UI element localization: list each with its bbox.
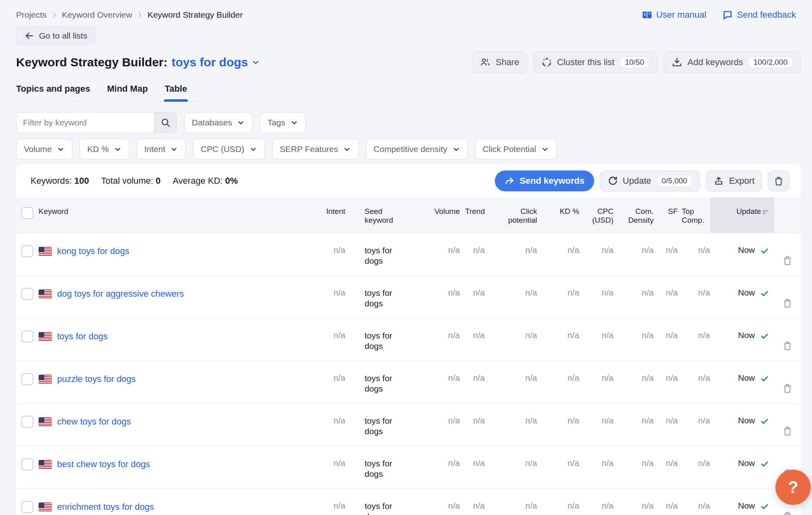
column-header-seed-keyword[interactable]: Seed keyword — [345, 197, 414, 233]
column-header-click-potential[interactable]: Click potential — [485, 197, 537, 233]
breadcrumb: Projects Keyword Overview Keyword Strate… — [16, 10, 243, 20]
seed-keyword-value: toys for dogs — [345, 489, 414, 515]
row-checkbox[interactable] — [21, 501, 33, 513]
cluster-icon — [541, 57, 552, 68]
tab-mind-map[interactable]: Mind Map — [107, 84, 148, 101]
update-button[interactable]: Update 0/5,000 — [600, 170, 700, 191]
table-row: dog toys for aggressive chewers n/a toys… — [16, 275, 801, 318]
chevron-right-icon — [51, 11, 58, 18]
competitive-density-filter-label: Competitive density — [373, 144, 447, 154]
keyword-link[interactable]: puzzle toys for dogs — [57, 374, 136, 384]
table-row: kong toys for dogs n/a toys for dogs n/a… — [16, 233, 801, 275]
serp-features-filter-dropdown[interactable]: SERP Features — [272, 139, 359, 160]
seed-keyword-value: toys for dogs — [345, 446, 414, 488]
table-row: chew toys for dogs n/a toys for dogs n/a… — [16, 403, 801, 446]
com-density-value: n/a — [613, 489, 654, 515]
keyword-link[interactable]: dog toys for aggressive chewers — [57, 289, 184, 299]
chevron-down-icon — [57, 145, 65, 153]
help-button[interactable]: ? — [775, 470, 811, 505]
tab-table[interactable]: Table — [165, 84, 187, 101]
delete-row-button[interactable] — [781, 416, 794, 446]
us-flag-icon — [39, 247, 52, 256]
keyword-link[interactable]: enrichment toys for dogs — [57, 502, 154, 512]
column-header-keyword[interactable]: Keyword — [39, 197, 313, 233]
column-header-top-comp[interactable]: Top Comp. — [678, 197, 710, 233]
breadcrumb-keyword-overview[interactable]: Keyword Overview — [62, 10, 132, 20]
send-keywords-button[interactable]: Send keywords — [495, 170, 594, 191]
column-header-sf[interactable]: SF — [654, 197, 678, 233]
row-checkbox[interactable] — [21, 458, 33, 470]
export-button[interactable]: Export — [706, 170, 762, 191]
column-header-trend[interactable]: Trend — [460, 197, 485, 233]
keyword-link[interactable]: kong toys for dogs — [57, 246, 129, 256]
row-checkbox[interactable] — [21, 373, 33, 385]
go-to-all-lists-label: Go to all lists — [39, 31, 87, 41]
send-feedback-link[interactable]: Send feedback — [722, 10, 796, 20]
sf-value: n/a — [654, 276, 678, 318]
competitive-density-filter-dropdown[interactable]: Competitive density — [366, 139, 468, 160]
check-icon — [760, 289, 769, 298]
keyword-filter — [16, 112, 177, 133]
volume-value: n/a — [414, 361, 460, 403]
breadcrumb-projects[interactable]: Projects — [16, 10, 47, 20]
update-quota-badge: 0/5,000 — [656, 175, 693, 187]
volume-filter-dropdown[interactable]: Volume — [16, 139, 72, 160]
kd-value: n/a — [537, 361, 579, 403]
keyword-link[interactable]: toys for dogs — [57, 331, 108, 342]
row-checkbox[interactable] — [21, 330, 33, 343]
chevron-right-icon — [136, 11, 144, 18]
cluster-list-button[interactable]: Cluster this list 10/50 — [533, 51, 658, 73]
top-comp-value: n/a — [678, 489, 710, 515]
cpc-filter-dropdown[interactable]: CPC (USD) — [193, 139, 265, 160]
us-flag-icon — [39, 332, 52, 341]
keyword-link[interactable]: chew toys for dogs — [57, 417, 131, 427]
intent-filter-dropdown[interactable]: Intent — [137, 139, 186, 160]
tab-topics-and-pages[interactable]: Topics and pages — [16, 84, 90, 101]
list-name-dropdown[interactable]: toys for dogs — [172, 55, 260, 69]
keyword-filter-input[interactable] — [16, 113, 154, 133]
delete-row-button[interactable] — [781, 245, 794, 275]
share-label: Share — [496, 57, 519, 68]
click-potential-value: n/a — [485, 404, 537, 446]
updated-value: Now — [738, 373, 755, 383]
row-checkbox[interactable] — [21, 245, 33, 257]
keywords-table-card: Keywords: 100 Total volume: 0 Average KD… — [16, 164, 801, 515]
column-header-volume[interactable]: Volume — [414, 197, 460, 233]
chevron-down-icon — [114, 145, 122, 153]
click-potential-filter-dropdown[interactable]: Click Potential — [475, 139, 557, 160]
share-button[interactable]: Share — [472, 51, 527, 73]
search-button[interactable] — [154, 113, 176, 133]
row-checkbox[interactable] — [21, 416, 33, 428]
column-header-cpc[interactable]: CPC (USD) — [579, 197, 613, 233]
column-header-intent[interactable]: Intent — [313, 197, 345, 233]
question-mark-icon: ? — [788, 478, 798, 497]
row-checkbox[interactable] — [21, 288, 33, 300]
user-manual-link[interactable]: User manual — [642, 10, 707, 20]
delete-row-button[interactable] — [781, 373, 794, 403]
kd-filter-dropdown[interactable]: KD % — [80, 139, 129, 160]
top-bar: Projects Keyword Overview Keyword Strate… — [0, 0, 812, 20]
top-comp-value: n/a — [678, 276, 710, 318]
delete-row-button[interactable] — [781, 288, 794, 318]
intent-value: n/a — [313, 489, 345, 515]
sf-value: n/a — [654, 233, 678, 275]
select-all-checkbox[interactable] — [21, 207, 33, 219]
click-potential-value: n/a — [485, 318, 537, 361]
sf-value: n/a — [654, 318, 678, 361]
page-title-prefix: Keyword Strategy Builder: — [16, 55, 168, 69]
go-to-all-lists-button[interactable]: Go to all lists — [16, 27, 96, 45]
delete-row-button[interactable] — [781, 330, 794, 361]
total-volume-label: Total volume: — [101, 176, 154, 186]
add-keywords-label: Add keywords — [687, 57, 743, 68]
column-header-updated[interactable]: Updated — [710, 197, 774, 233]
column-header-kd[interactable]: KD % — [537, 197, 579, 233]
click-potential-value: n/a — [485, 233, 537, 275]
databases-dropdown[interactable]: Databases — [184, 112, 252, 133]
tags-dropdown[interactable]: Tags — [260, 112, 306, 133]
average-kd-value: 0% — [225, 176, 238, 186]
keyword-link[interactable]: best chew toys for dogs — [57, 459, 150, 470]
column-header-com-density[interactable]: Com. Density — [613, 197, 654, 233]
delete-list-button[interactable] — [768, 170, 789, 191]
add-keywords-button[interactable]: Add keywords 100/2,000 — [664, 51, 801, 73]
intent-value: n/a — [313, 318, 345, 361]
